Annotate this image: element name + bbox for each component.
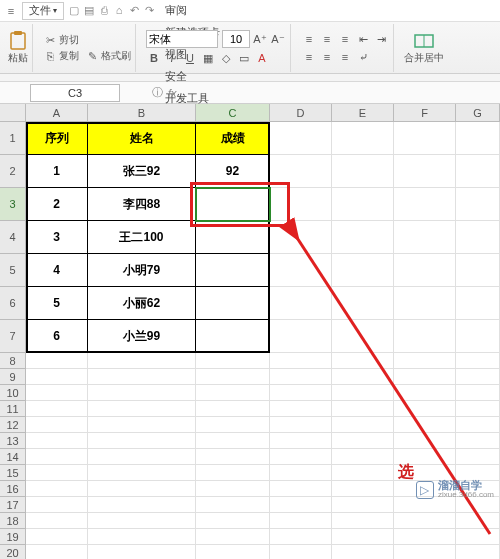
select-all-corner[interactable] <box>0 104 26 122</box>
cell-F13[interactable] <box>394 433 456 449</box>
cell-F18[interactable] <box>394 513 456 529</box>
cell-G17[interactable] <box>456 497 500 513</box>
column-header-B[interactable]: B <box>88 104 196 122</box>
cell-D18[interactable] <box>270 513 332 529</box>
align-right-icon[interactable]: ≡ <box>337 49 353 65</box>
cell-G6[interactable] <box>456 287 500 320</box>
column-header-A[interactable]: A <box>26 104 88 122</box>
cell-B18[interactable] <box>88 513 196 529</box>
align-middle-icon[interactable]: ≡ <box>319 31 335 47</box>
column-header-G[interactable]: G <box>456 104 500 122</box>
cell-F12[interactable] <box>394 417 456 433</box>
border-button[interactable]: ▦ <box>200 50 216 66</box>
cell-G9[interactable] <box>456 369 500 385</box>
cell-A5[interactable]: 4 <box>26 254 88 287</box>
cell-D11[interactable] <box>270 401 332 417</box>
cell-A19[interactable] <box>26 529 88 545</box>
row-header-1[interactable]: 1 <box>0 122 26 155</box>
cell-E18[interactable] <box>332 513 394 529</box>
cell-G8[interactable] <box>456 353 500 369</box>
font-name-select[interactable] <box>146 30 218 48</box>
open-icon[interactable]: ▤ <box>83 4 95 17</box>
cell-A20[interactable] <box>26 545 88 559</box>
merge-label[interactable]: 合并居中 <box>404 51 444 65</box>
cell-C18[interactable] <box>196 513 270 529</box>
cell-D12[interactable] <box>270 417 332 433</box>
cell-C7[interactable] <box>196 320 270 353</box>
new-doc-icon[interactable]: ▢ <box>68 4 80 17</box>
row-header-4[interactable]: 4 <box>0 221 26 254</box>
column-header-D[interactable]: D <box>270 104 332 122</box>
cell-G7[interactable] <box>456 320 500 353</box>
cell-G4[interactable] <box>456 221 500 254</box>
cell-G20[interactable] <box>456 545 500 559</box>
cell-B15[interactable] <box>88 465 196 481</box>
redo-icon[interactable]: ↷ <box>143 4 155 17</box>
cell-C5[interactable] <box>196 254 270 287</box>
font-color-button[interactable]: A <box>254 50 270 66</box>
cell-B19[interactable] <box>88 529 196 545</box>
cell-B20[interactable] <box>88 545 196 559</box>
cell-A9[interactable] <box>26 369 88 385</box>
cell-A16[interactable] <box>26 481 88 497</box>
cell-C14[interactable] <box>196 449 270 465</box>
cell-D6[interactable] <box>270 287 332 320</box>
row-header-3[interactable]: 3 <box>0 188 26 221</box>
cell-E19[interactable] <box>332 529 394 545</box>
shape-button[interactable]: ◇ <box>218 50 234 66</box>
indent-left-icon[interactable]: ⇤ <box>355 31 371 47</box>
cell-B7[interactable]: 小兰99 <box>88 320 196 353</box>
row-header-7[interactable]: 7 <box>0 320 26 353</box>
cell-B12[interactable] <box>88 417 196 433</box>
cell-C20[interactable] <box>196 545 270 559</box>
cell-C15[interactable] <box>196 465 270 481</box>
row-header-5[interactable]: 5 <box>0 254 26 287</box>
row-header-13[interactable]: 13 <box>0 433 26 449</box>
ribbon-tab-5[interactable]: 审阅 <box>161 0 224 22</box>
row-header-20[interactable]: 20 <box>0 545 26 559</box>
cell-A14[interactable] <box>26 449 88 465</box>
row-header-2[interactable]: 2 <box>0 155 26 188</box>
cell-G19[interactable] <box>456 529 500 545</box>
cell-B14[interactable] <box>88 449 196 465</box>
clipboard-icon[interactable] <box>8 31 28 51</box>
cell-D9[interactable] <box>270 369 332 385</box>
cell-B8[interactable] <box>88 353 196 369</box>
row-header-15[interactable]: 15 <box>0 465 26 481</box>
cell-F17[interactable] <box>394 497 456 513</box>
cell-C13[interactable] <box>196 433 270 449</box>
row-header-16[interactable]: 16 <box>0 481 26 497</box>
cell-A15[interactable] <box>26 465 88 481</box>
cell-B13[interactable] <box>88 433 196 449</box>
cell-E14[interactable] <box>332 449 394 465</box>
paste-label[interactable]: 粘贴 <box>8 51 28 65</box>
cell-G2[interactable] <box>456 155 500 188</box>
cell-C16[interactable] <box>196 481 270 497</box>
cell-D13[interactable] <box>270 433 332 449</box>
cell-G10[interactable] <box>456 385 500 401</box>
cell-D15[interactable] <box>270 465 332 481</box>
cell-B6[interactable]: 小丽62 <box>88 287 196 320</box>
cell-G18[interactable] <box>456 513 500 529</box>
cell-A18[interactable] <box>26 513 88 529</box>
cell-B11[interactable] <box>88 401 196 417</box>
cell-E5[interactable] <box>332 254 394 287</box>
cell-A8[interactable] <box>26 353 88 369</box>
spreadsheet-grid[interactable]: ABCDEFG 1234567891011121314151617181920 … <box>0 104 500 559</box>
cell-G13[interactable] <box>456 433 500 449</box>
cell-B9[interactable] <box>88 369 196 385</box>
cut-button[interactable]: ✂剪切 <box>43 33 131 47</box>
cell-C12[interactable] <box>196 417 270 433</box>
cell-E8[interactable] <box>332 353 394 369</box>
file-menu-button[interactable]: 文件 ▾ <box>22 2 64 20</box>
save-icon[interactable]: ⎙ <box>98 4 110 17</box>
cell-A4[interactable]: 3 <box>26 221 88 254</box>
cell-E12[interactable] <box>332 417 394 433</box>
cell-D7[interactable] <box>270 320 332 353</box>
cell-G11[interactable] <box>456 401 500 417</box>
cell-F19[interactable] <box>394 529 456 545</box>
cell-D10[interactable] <box>270 385 332 401</box>
cell-A11[interactable] <box>26 401 88 417</box>
wrap-text-icon[interactable]: ⤶ <box>355 49 371 65</box>
cell-A2[interactable]: 1 <box>26 155 88 188</box>
